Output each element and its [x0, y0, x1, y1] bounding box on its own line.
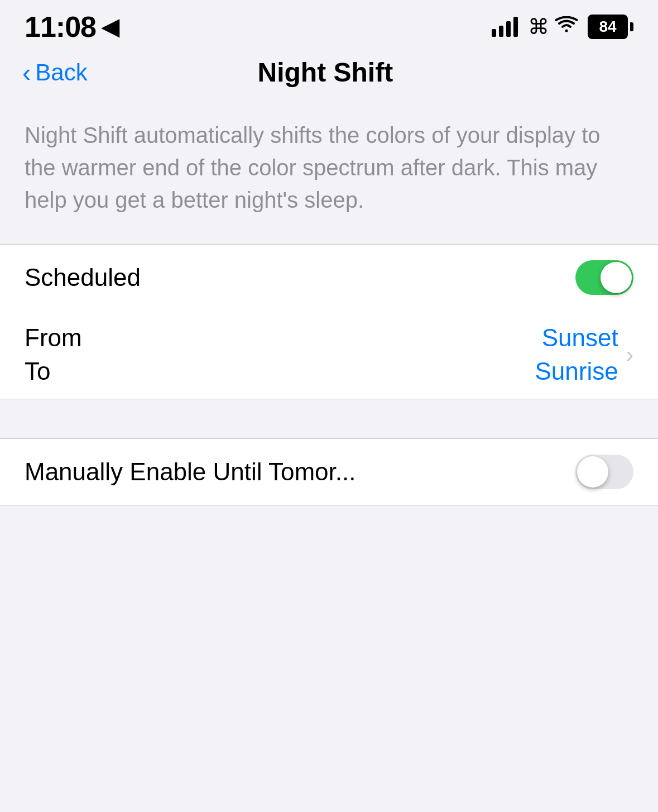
chevron-right-icon: ›	[626, 342, 633, 367]
manual-row: Manually Enable Until Tomor...	[0, 439, 658, 505]
navigation-bar: ‹ Back Night Shift	[0, 49, 658, 99]
to-value: Sunrise	[535, 357, 618, 385]
from-to-row[interactable]: From To Sunset Sunrise ›	[0, 311, 658, 399]
scheduled-settings-group: Scheduled From To Sunset Sunrise ›	[0, 244, 658, 399]
back-label: Back	[35, 59, 87, 86]
manual-toggle[interactable]	[575, 455, 633, 489]
from-label: From	[25, 324, 82, 352]
manual-settings-group: Manually Enable Until Tomor...	[0, 438, 658, 505]
section-gap	[0, 399, 658, 438]
from-to-right: Sunset Sunrise ›	[535, 324, 633, 385]
manual-label: Manually Enable Until Tomor...	[25, 458, 356, 486]
description-section: Night Shift automatically shifts the col…	[0, 99, 658, 244]
location-arrow-icon: ◀	[102, 14, 118, 40]
from-to-values: Sunset Sunrise	[535, 324, 618, 385]
status-bar: 11:08 ◀ ⌘ 84	[0, 0, 658, 49]
status-icons: ⌘ 84	[492, 15, 633, 39]
scheduled-row: Scheduled	[0, 245, 658, 311]
status-time: 11:08 ◀	[25, 10, 118, 44]
scheduled-toggle[interactable]	[575, 260, 633, 295]
time-display: 11:08	[25, 10, 96, 44]
to-label: To	[25, 357, 82, 385]
description-text: Night Shift automatically shifts the col…	[25, 119, 633, 216]
from-to-labels: From To	[25, 324, 82, 385]
from-value: Sunset	[542, 324, 618, 352]
toggle-thumb	[601, 262, 632, 293]
signal-icon	[492, 17, 518, 37]
back-button[interactable]: ‹ Back	[22, 58, 88, 88]
wifi-icon: ⌘	[528, 15, 578, 39]
back-chevron-icon: ‹	[22, 58, 31, 88]
scheduled-label: Scheduled	[25, 264, 141, 292]
manual-toggle-thumb	[577, 456, 608, 488]
page-title: Night Shift	[88, 57, 563, 88]
battery-percent: 84	[599, 18, 616, 36]
battery-icon: 84	[588, 15, 633, 39]
